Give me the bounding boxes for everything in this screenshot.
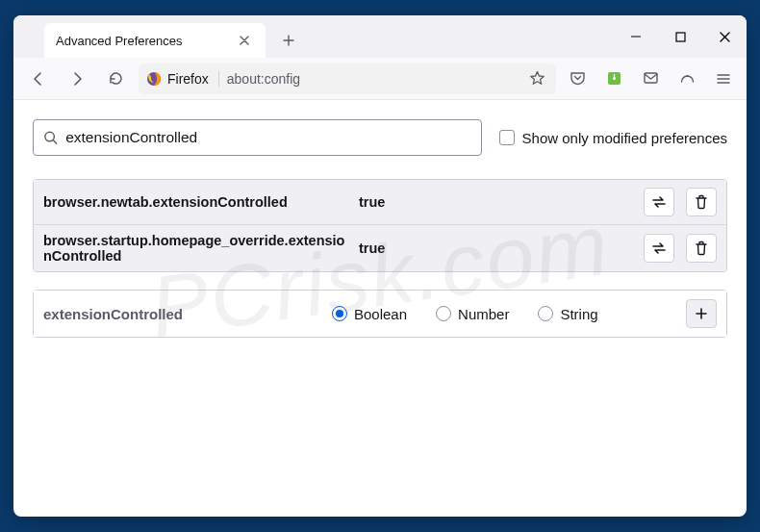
radio-label: Number: [458, 306, 509, 322]
search-icon: [43, 130, 58, 145]
tab-title: Advanced Preferences: [56, 34, 183, 48]
extension-icon[interactable]: [600, 65, 627, 92]
bookmark-star-icon[interactable]: [525, 67, 548, 90]
radio-label: String: [560, 306, 597, 322]
browser-window: Advanced Preferences: [13, 15, 747, 517]
radio-number[interactable]: Number: [436, 306, 509, 322]
about-config-content: Show only modified preferences browser.n…: [13, 100, 747, 357]
radio-icon: [538, 306, 553, 321]
add-pref-button[interactable]: [686, 299, 717, 328]
toggle-button[interactable]: [644, 188, 674, 216]
new-tab-button[interactable]: [275, 27, 302, 54]
new-pref-table: extensionControlled Boolean Number Strin…: [33, 290, 727, 338]
preferences-table: browser.newtab.extensionControlled true …: [33, 179, 727, 272]
menu-button[interactable]: [710, 65, 737, 92]
tab-close-button[interactable]: [235, 31, 254, 50]
pref-row: browser.startup.homepage_override.extens…: [34, 225, 726, 271]
new-pref-row: extensionControlled Boolean Number Strin…: [34, 291, 726, 337]
toggle-icon: [650, 241, 668, 255]
toggle-button[interactable]: [644, 234, 674, 263]
toggle-icon: [650, 195, 668, 209]
toolbar-icons: [564, 65, 737, 92]
titlebar: Advanced Preferences: [13, 15, 747, 58]
back-button[interactable]: [23, 63, 54, 94]
svg-rect-4: [645, 73, 657, 83]
search-row: Show only modified preferences: [33, 119, 727, 156]
radio-string[interactable]: String: [538, 306, 597, 322]
radio-boolean[interactable]: Boolean: [332, 306, 407, 322]
trash-icon: [695, 194, 708, 210]
minimize-button[interactable]: [614, 15, 658, 58]
radio-icon: [436, 306, 451, 321]
identity-box[interactable]: Firefox: [146, 71, 219, 87]
address-bar[interactable]: Firefox about:config: [139, 63, 556, 94]
window-controls: [614, 15, 747, 58]
radio-icon: [332, 306, 347, 321]
url-text: about:config: [227, 71, 300, 87]
show-modified-label: Show only modified preferences: [522, 130, 727, 146]
toolbar: Firefox about:config: [13, 58, 747, 100]
new-pref-name: extensionControlled: [43, 306, 332, 322]
svg-point-3: [613, 77, 616, 80]
firefox-logo-icon: [146, 71, 162, 87]
type-radio-group: Boolean Number String: [332, 306, 686, 322]
inbox-icon[interactable]: [637, 65, 664, 92]
pocket-icon[interactable]: [564, 65, 591, 92]
reload-button[interactable]: [100, 63, 131, 94]
show-modified-toggle[interactable]: Show only modified preferences: [499, 130, 727, 146]
search-box[interactable]: [33, 119, 482, 156]
svg-point-5: [686, 75, 688, 77]
svg-rect-0: [676, 33, 685, 41]
close-window-button[interactable]: [702, 15, 747, 58]
pref-actions: [644, 188, 717, 216]
pref-row: browser.newtab.extensionControlled true: [34, 180, 726, 225]
pref-value: true: [351, 194, 385, 210]
pref-value: true: [351, 241, 385, 256]
pref-actions: [644, 234, 717, 263]
checkbox-icon[interactable]: [499, 130, 515, 145]
delete-button[interactable]: [686, 234, 717, 263]
plus-icon: [695, 307, 708, 320]
identity-label: Firefox: [167, 71, 209, 87]
browser-tab[interactable]: Advanced Preferences: [44, 23, 266, 58]
trash-icon: [695, 241, 708, 256]
profile-icon[interactable]: [673, 65, 700, 92]
radio-label: Boolean: [354, 306, 407, 322]
pref-name: browser.newtab.extensionControlled: [43, 194, 351, 210]
forward-button[interactable]: [62, 63, 92, 94]
delete-button[interactable]: [686, 188, 717, 216]
search-input[interactable]: [65, 129, 470, 146]
maximize-button[interactable]: [658, 15, 702, 58]
pref-name: browser.startup.homepage_override.extens…: [43, 233, 351, 264]
